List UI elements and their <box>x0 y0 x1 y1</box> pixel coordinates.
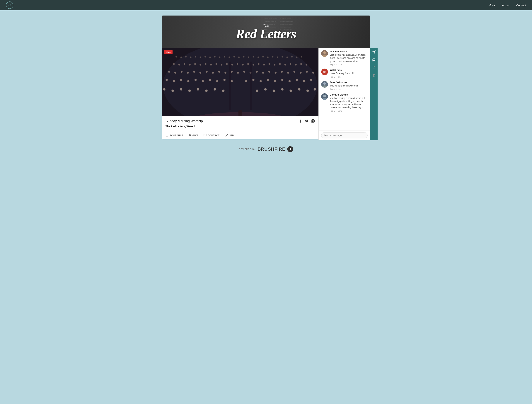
svg-point-9 <box>180 57 182 58</box>
logo-letter: C <box>8 3 11 7</box>
chat-name-bernard: Bernard Barnes <box>330 93 367 96</box>
svg-point-76 <box>262 72 264 74</box>
svg-point-52 <box>263 64 265 66</box>
willie-initials: WP <box>323 71 327 73</box>
chat-input[interactable] <box>321 132 367 138</box>
svg-point-16 <box>214 56 215 58</box>
video-crowd <box>162 48 318 116</box>
svg-point-140 <box>323 82 326 85</box>
svg-point-29 <box>277 57 278 58</box>
chat-actions-willie: Reply · 3m <box>330 76 367 78</box>
time-jane: 1m <box>338 88 341 90</box>
dot-bernard: · <box>336 110 336 112</box>
reply-jane[interactable]: Reply <box>330 88 335 90</box>
svg-point-38 <box>189 64 191 66</box>
chat-send-btn[interactable] <box>371 49 377 55</box>
social-icons <box>298 119 315 124</box>
svg-point-62 <box>174 72 176 74</box>
svg-point-68 <box>212 72 214 74</box>
twitter-icon[interactable] <box>305 119 309 124</box>
footer-brand: BRUSHFIRE <box>258 147 285 152</box>
svg-point-143 <box>323 95 326 97</box>
nav-give[interactable]: Give <box>489 4 495 7</box>
schedule-icon <box>165 134 168 137</box>
reply-willie[interactable]: Reply <box>330 76 335 78</box>
svg-point-12 <box>195 56 196 58</box>
svg-point-19 <box>228 57 230 58</box>
svg-point-91 <box>209 79 211 81</box>
svg-point-31 <box>286 57 288 58</box>
chat-messages: Jeanette Olson Last month, my husband, J… <box>319 48 370 130</box>
svg-point-93 <box>223 79 226 81</box>
svg-point-25 <box>258 57 259 58</box>
main-wrapper: 19 that you would slay the wicked, O God… <box>159 10 373 164</box>
svg-point-60 <box>305 64 307 66</box>
svg-point-37 <box>184 63 185 65</box>
chat-actions-jeanette: Reply · 10m <box>330 63 367 66</box>
svg-point-23 <box>248 57 249 58</box>
svg-point-26 <box>262 56 264 58</box>
contact-action[interactable]: CONTACT <box>203 134 220 137</box>
live-badge: Live <box>164 50 172 54</box>
avatar-jane <box>321 81 328 88</box>
svg-point-89 <box>195 79 197 81</box>
avatar-bernard <box>321 93 328 100</box>
chat-name-jane: Jane Osbourne <box>330 81 367 84</box>
chat-message-jane: Jane Osbourne This conference is awesome… <box>321 81 367 90</box>
video-subtitle: The Red Letters, Week 1 <box>165 125 315 128</box>
chat-input-area <box>319 130 370 140</box>
chat-text-willie: I love Gateway Church!!! <box>330 72 367 75</box>
svg-point-75 <box>256 71 258 73</box>
chat-message-willie: WP Willie Pete I love Gateway Church!!! … <box>321 69 367 78</box>
chat-note-btn[interactable] <box>371 65 376 71</box>
svg-point-119 <box>306 90 309 92</box>
reply-jeanette[interactable]: Reply <box>330 63 335 66</box>
navbar-logo[interactable]: C <box>6 1 13 9</box>
chat-actions-jane: Reply · 1m <box>330 88 367 90</box>
svg-point-54 <box>274 64 275 66</box>
svg-point-102 <box>296 79 298 81</box>
svg-point-83 <box>306 71 308 73</box>
svg-point-90 <box>202 80 204 82</box>
link-icon <box>225 134 228 137</box>
svg-point-24 <box>253 56 254 58</box>
nav-contact[interactable]: Contact <box>516 4 526 7</box>
svg-point-101 <box>289 80 291 82</box>
svg-point-81 <box>293 71 295 73</box>
video-title: Sunday Morning Worship <box>165 119 203 123</box>
svg-rect-122 <box>250 62 252 110</box>
svg-point-39 <box>194 63 196 65</box>
link-label: LINK <box>229 134 235 137</box>
facebook-icon[interactable] <box>298 119 302 124</box>
svg-point-104 <box>310 79 312 81</box>
svg-point-33 <box>296 57 298 58</box>
svg-point-13 <box>200 57 201 58</box>
svg-point-84 <box>312 72 314 74</box>
give-action[interactable]: GIVE <box>188 134 199 137</box>
chat-content-willie: Willie Pete I love Gateway Church!!! Rep… <box>330 69 367 78</box>
dot-jane: · <box>336 88 336 90</box>
svg-point-57 <box>290 63 291 65</box>
chat-text-bernard: You love having a second home but the mo… <box>330 97 367 109</box>
svg-point-109 <box>197 88 199 90</box>
svg-point-77 <box>268 71 270 73</box>
chat-list-btn[interactable] <box>371 73 376 79</box>
left-panel: Live Sunday Morning Worship <box>162 48 318 139</box>
reply-bernard[interactable]: Reply <box>330 110 335 112</box>
instagram-icon[interactable] <box>311 119 315 124</box>
link-action[interactable]: LINK <box>225 134 235 137</box>
chat-comment-btn[interactable] <box>371 57 377 63</box>
svg-point-96 <box>252 79 254 81</box>
chat-name-willie: Willie Pete <box>330 69 367 71</box>
schedule-action[interactable]: SCHEDULE <box>165 134 183 137</box>
svg-point-114 <box>264 88 266 90</box>
svg-point-115 <box>273 90 275 92</box>
chat-content-jeanette: Jeanette Olson Last month, my husband, J… <box>330 50 367 66</box>
time-bernard: 13m <box>338 110 342 112</box>
svg-point-28 <box>272 56 273 58</box>
nav-about[interactable]: About <box>502 4 510 7</box>
svg-point-8 <box>176 56 177 58</box>
svg-point-27 <box>267 57 269 58</box>
schedule-label: SCHEDULE <box>170 134 183 137</box>
chat-text-jane: This conference is awesome! <box>330 84 367 87</box>
